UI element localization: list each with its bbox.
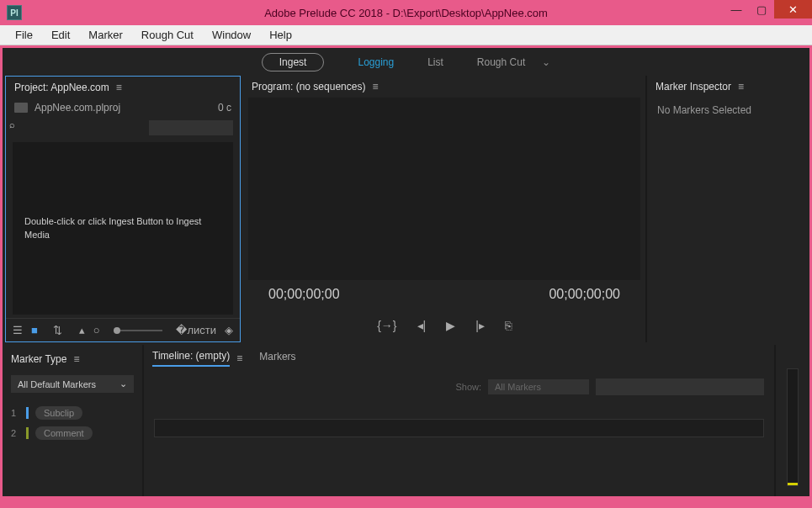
transport-controls: {→} ◂| ▶ |▸ ⎘ — [243, 312, 645, 342]
marker-color-bar — [26, 407, 29, 419]
menu-help[interactable]: Help — [261, 26, 300, 44]
timeline-controls: Show: All Markers ⌕ — [144, 372, 774, 402]
inspector-title: Marker Inspector — [655, 81, 731, 93]
timeline-search-input[interactable] — [596, 378, 764, 395]
step-back-icon[interactable]: ◂| — [417, 319, 427, 332]
menu-window[interactable]: Window — [204, 26, 259, 44]
program-panel-header: Program: (no sequences) ≡ — [243, 76, 645, 98]
project-file-row[interactable]: AppNee.com.plproj 0 c — [6, 98, 240, 117]
timecode-in[interactable]: 00;00;00;00 — [268, 287, 340, 302]
zoom-dot-icon: ○ — [93, 324, 100, 336]
lower-area: Marker Type ≡ All Default Markers ⌄ 1 Su… — [0, 345, 812, 499]
menu-edit[interactable]: Edit — [43, 26, 78, 44]
mark-in-out-icon[interactable]: {→} — [377, 319, 396, 332]
panel-menu-icon[interactable]: ≡ — [73, 353, 79, 365]
project-file-icon — [14, 103, 28, 113]
timecode-out[interactable]: 00;00;00;00 — [549, 287, 620, 302]
marker-type-item[interactable]: 2 Comment — [11, 423, 134, 443]
workspace-bar: Ingest Logging List Rough Cut ⌄ — [0, 45, 812, 76]
project-search-row: ⌕ — [6, 117, 240, 139]
marker-label: Subclip — [35, 406, 82, 420]
maximize-button[interactable]: ▢ — [749, 0, 774, 19]
menu-marker[interactable]: Marker — [80, 26, 130, 44]
step-forward-icon[interactable]: |▸ — [475, 319, 485, 332]
timeline-track[interactable] — [154, 419, 764, 437]
inspector-empty-text: No Markers Selected — [647, 98, 807, 123]
program-panel-title: Program: (no sequences) — [252, 81, 365, 93]
inspector-panel-header: Marker Inspector ≡ — [647, 76, 807, 98]
tab-timeline[interactable]: Timeline: (empty) — [152, 350, 230, 367]
show-filter-select[interactable]: All Markers — [488, 379, 589, 394]
zoom-out-icon[interactable]: ▴ — [79, 324, 85, 336]
zoom-handle[interactable] — [114, 327, 120, 334]
project-panel-title: Project: AppNee.com — [14, 82, 109, 93]
minimize-button[interactable]: — — [724, 0, 749, 19]
menu-file[interactable]: File — [7, 26, 41, 44]
workspace-list[interactable]: List — [427, 53, 443, 71]
marker-type-title: Marker Type — [11, 353, 66, 365]
audio-meter[interactable] — [787, 368, 799, 486]
workspace-rough-cut[interactable]: Rough Cut — [477, 53, 525, 71]
list-view-icon[interactable]: ☰ — [13, 324, 23, 336]
close-button[interactable]: ✕ — [774, 0, 812, 19]
zoom-in-icon[interactable]: �листи — [176, 324, 216, 336]
workspace-overflow-icon[interactable]: ⌄ — [542, 56, 550, 68]
thumbnail-view-icon[interactable]: ■ — [31, 324, 38, 336]
project-toolbar: ☰ ■ ⇅ ▴ ○ �листи ◈ — [6, 318, 240, 341]
marker-inspector-panel: Marker Inspector ≡ No Markers Selected — [647, 76, 807, 342]
titlebar: Pl Adobe Prelude CC 2018 - D:\Export\Des… — [0, 0, 812, 25]
media-bin[interactable]: Double-click or click Ingest Button to I… — [13, 142, 233, 315]
marker-dropdown-value: All Default Markers — [18, 379, 96, 389]
main-area: Project: AppNee.com ≡ AppNee.com.plproj … — [0, 76, 812, 345]
timecode-row: 00;00;00;00 00;00;00;00 — [243, 280, 645, 312]
fit-icon[interactable]: ◈ — [225, 324, 233, 336]
audio-meter-panel — [774, 345, 809, 496]
menu-rough-cut[interactable]: Rough Cut — [133, 26, 202, 44]
sort-icon[interactable]: ⇅ — [53, 324, 62, 336]
marker-label: Comment — [35, 426, 93, 440]
project-filename: AppNee.com.plproj — [34, 102, 120, 114]
marker-type-item[interactable]: 1 Subclip — [11, 403, 134, 423]
marker-num: 2 — [11, 428, 19, 438]
project-panel: Project: AppNee.com ≡ AppNee.com.plproj … — [5, 76, 241, 342]
play-icon[interactable]: ▶ — [446, 319, 455, 332]
marker-color-bar — [26, 427, 29, 439]
workspace-ingest[interactable]: Ingest — [262, 53, 325, 71]
panel-menu-icon[interactable]: ≡ — [738, 81, 744, 93]
window-controls: — ▢ ✕ — [724, 0, 812, 19]
media-bin-hint: Double-click or click Ingest Button to I… — [24, 215, 221, 241]
window-title: Adobe Prelude CC 2018 - D:\Export\Deskto… — [264, 7, 548, 19]
panel-menu-icon[interactable]: ≡ — [236, 352, 242, 364]
program-panel: Program: (no sequences) ≡ 00;00;00;00 00… — [243, 76, 647, 342]
tab-markers[interactable]: Markers — [259, 351, 295, 366]
app-icon: Pl — [7, 5, 22, 20]
audio-level — [788, 483, 798, 485]
zoom-slider[interactable] — [114, 330, 163, 331]
timeline-tabs: Timeline: (empty) ≡ Markers — [144, 345, 774, 372]
menubar: File Edit Marker Rough Cut Window Help — [0, 25, 812, 45]
search-icon: ⌕ — [9, 119, 15, 130]
workspace-logging[interactable]: Logging — [358, 53, 394, 71]
export-icon[interactable]: ⎘ — [505, 319, 512, 332]
panel-menu-icon[interactable]: ≡ — [116, 82, 122, 93]
chevron-down-icon: ⌄ — [119, 378, 127, 389]
panel-menu-icon[interactable]: ≡ — [372, 81, 378, 93]
project-search-input[interactable] — [149, 120, 233, 135]
project-panel-header: Project: AppNee.com ≡ — [6, 77, 240, 98]
marker-type-dropdown[interactable]: All Default Markers ⌄ — [11, 375, 134, 393]
marker-type-header: Marker Type ≡ — [3, 348, 142, 370]
program-monitor[interactable] — [248, 98, 640, 280]
show-label: Show: — [455, 382, 481, 392]
project-clip-count: 0 c — [218, 102, 231, 114]
marker-num: 1 — [11, 408, 19, 418]
timeline-panel: Timeline: (empty) ≡ Markers Show: All Ma… — [144, 345, 774, 496]
marker-type-panel: Marker Type ≡ All Default Markers ⌄ 1 Su… — [3, 345, 144, 496]
marker-type-list: 1 Subclip 2 Comment — [3, 398, 142, 448]
